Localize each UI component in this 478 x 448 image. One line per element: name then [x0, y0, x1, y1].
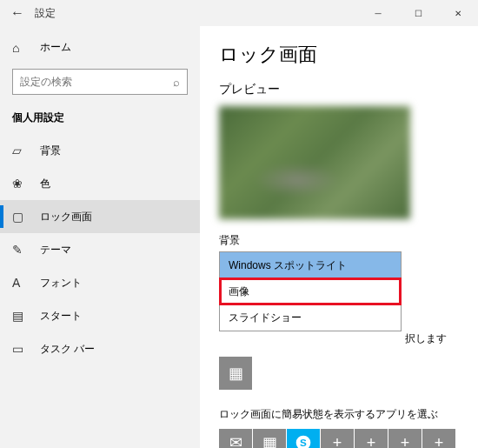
- sidebar-item-label: テーマ: [40, 243, 71, 257]
- sidebar-item-background[interactable]: ▱ 背景: [0, 134, 200, 167]
- plus-icon: +: [367, 434, 376, 449]
- lockscreen-preview: [219, 106, 410, 219]
- skype-app-tile[interactable]: S: [287, 429, 320, 448]
- search-icon: ⌕: [173, 76, 180, 89]
- sidebar-item-themes[interactable]: ✎ テーマ: [0, 233, 200, 266]
- sidebar-item-fonts[interactable]: A フォント: [0, 266, 200, 299]
- themes-icon: ✎: [12, 243, 26, 257]
- window-title: 設定: [35, 6, 56, 21]
- plus-icon: +: [401, 434, 410, 449]
- content-pane: ロック画面 プレビュー 背景 Windows スポットライト 画像 スライドショ…: [200, 26, 478, 448]
- sidebar-item-label: スタート: [40, 309, 82, 324]
- add-app-tile-4[interactable]: +: [422, 429, 455, 448]
- fonts-icon: A: [12, 276, 26, 290]
- page-title: ロック画面: [219, 42, 461, 68]
- search-input[interactable]: [20, 76, 173, 88]
- plus-icon: +: [333, 434, 342, 449]
- skype-icon: S: [295, 434, 312, 448]
- add-app-tile-1[interactable]: +: [321, 429, 354, 448]
- add-app-tile-2[interactable]: +: [355, 429, 388, 448]
- calendar-app-tile-2[interactable]: ▦: [253, 429, 286, 448]
- section-header: 個人用設定: [0, 110, 200, 134]
- preview-label: プレビュー: [219, 82, 461, 97]
- background-dropdown[interactable]: Windows スポットライト 画像 スライドショー: [219, 251, 402, 331]
- sidebar-item-lockscreen[interactable]: ▢ ロック画面: [0, 200, 200, 233]
- maximize-button[interactable]: ☐: [398, 0, 438, 26]
- home-link[interactable]: ⌂ ホーム: [0, 35, 200, 60]
- lockscreen-icon: ▢: [12, 210, 26, 224]
- sidebar-item-label: 背景: [40, 144, 61, 158]
- sidebar-item-taskbar[interactable]: ▭ タスク バー: [0, 332, 200, 365]
- titlebar: ← 設定 ─ ☐ ✕: [0, 0, 478, 26]
- start-icon: ▤: [12, 309, 26, 323]
- calendar-icon: ▦: [229, 364, 243, 383]
- mail-icon: ✉: [229, 433, 242, 448]
- quick-status-header: ロック画面に簡易状態を表示するアプリを選ぶ: [219, 407, 461, 422]
- svg-text:S: S: [300, 437, 307, 448]
- back-button[interactable]: ←: [0, 5, 35, 21]
- home-label: ホーム: [40, 40, 71, 55]
- background-label: 背景: [219, 233, 461, 248]
- sidebar-item-label: フォント: [40, 276, 82, 291]
- calendar-app-tile[interactable]: ▦: [219, 357, 252, 390]
- home-icon: ⌂: [12, 41, 26, 55]
- add-app-tile-3[interactable]: +: [388, 429, 422, 448]
- sidebar-item-label: 色: [40, 177, 50, 191]
- quick-status-apps: ✉ ▦ S + + + +: [219, 429, 461, 448]
- calendar-icon: ▦: [262, 433, 277, 448]
- sidebar-item-start[interactable]: ▤ スタート: [0, 299, 200, 332]
- taskbar-icon: ▭: [12, 342, 26, 356]
- sidebar-item-label: ロック画面: [40, 210, 92, 224]
- minimize-button[interactable]: ─: [358, 0, 398, 26]
- sidebar-item-colors[interactable]: ❀ 色: [0, 167, 200, 200]
- mail-app-tile[interactable]: ✉: [219, 429, 252, 448]
- dropdown-option-slideshow[interactable]: スライドショー: [220, 304, 401, 331]
- sidebar-item-label: タスク バー: [40, 342, 95, 357]
- search-box[interactable]: ⌕: [12, 69, 188, 95]
- dropdown-option-spotlight[interactable]: Windows スポットライト: [220, 252, 401, 278]
- plus-icon: +: [435, 434, 444, 449]
- picture-icon: ▱: [12, 144, 26, 157]
- dropdown-option-picture[interactable]: 画像: [220, 278, 401, 304]
- truncated-text: 択します: [405, 331, 447, 346]
- close-button[interactable]: ✕: [438, 0, 478, 26]
- palette-icon: ❀: [12, 177, 26, 191]
- sidebar: ⌂ ホーム ⌕ 個人用設定 ▱ 背景 ❀ 色 ▢ ロック画面 ✎ テーマ A フ…: [0, 26, 200, 448]
